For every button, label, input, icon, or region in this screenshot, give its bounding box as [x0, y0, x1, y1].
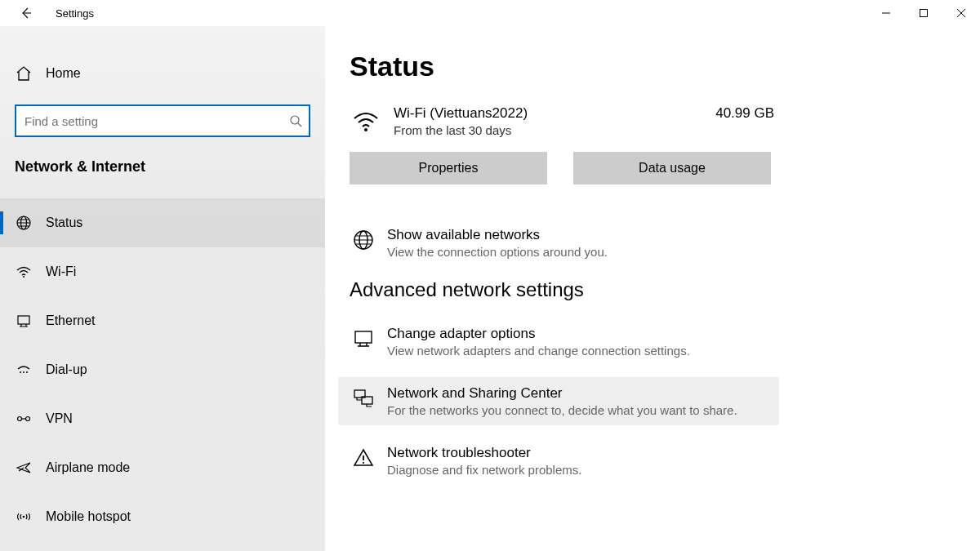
svg-rect-15 [355, 331, 372, 343]
properties-button[interactable]: Properties [350, 152, 547, 184]
network-usage: 40.99 GB [699, 105, 774, 122]
svg-point-12 [364, 128, 368, 131]
dialup-icon [15, 361, 33, 379]
svg-rect-5 [18, 316, 29, 324]
minimize-button[interactable] [867, 0, 905, 26]
network-sub: From the last 30 days [394, 123, 699, 137]
window-title: Settings [56, 7, 94, 20]
home-icon [15, 64, 33, 82]
adapter-icon [350, 327, 377, 350]
wifi-icon [15, 263, 33, 281]
maximize-button[interactable] [905, 0, 942, 26]
sidebar-item-airplane[interactable]: Airplane mode [0, 443, 325, 492]
svg-point-8 [26, 371, 28, 373]
network-name: Wi-Fi (Viettuans2022) [394, 105, 699, 122]
link-desc: For the networks you connect to, decide … [387, 403, 737, 417]
sidebar-item-label: Wi-Fi [46, 264, 76, 279]
sidebar: Home Network & Internet Status Wi-Fi [0, 26, 325, 551]
svg-point-1 [291, 116, 299, 124]
svg-point-11 [23, 516, 25, 518]
sidebar-section-title: Network & Internet [0, 158, 325, 176]
sidebar-item-dialup[interactable]: Dial-up [0, 345, 325, 394]
back-arrow-icon [20, 7, 33, 20]
window-controls [867, 0, 980, 26]
link-desc: Diagnose and fix network problems. [387, 463, 581, 477]
link-title: Network and Sharing Center [387, 385, 737, 402]
sidebar-item-vpn[interactable]: VPN [0, 394, 325, 443]
warning-icon [350, 447, 377, 469]
change-adapter-options[interactable]: Change adapter options View network adap… [338, 318, 779, 366]
search-icon [289, 114, 302, 127]
svg-rect-0 [920, 10, 928, 17]
sidebar-item-label: VPN [46, 411, 73, 426]
wifi-large-icon [350, 107, 382, 135]
svg-point-4 [23, 276, 24, 278]
globe-icon [350, 229, 377, 251]
network-card: Wi-Fi (Viettuans2022) From the last 30 d… [350, 105, 774, 137]
close-icon [957, 9, 965, 17]
sidebar-item-label: Airplane mode [46, 460, 130, 475]
network-troubleshooter[interactable]: Network troubleshooter Diagnose and fix … [338, 437, 779, 485]
link-desc: View the connection options around you. [387, 245, 608, 259]
advanced-heading: Advanced network settings [350, 278, 956, 301]
sidebar-item-label: Ethernet [46, 313, 95, 328]
sharing-icon [350, 387, 377, 410]
sidebar-item-hotspot[interactable]: Mobile hotspot [0, 492, 325, 541]
data-usage-button[interactable]: Data usage [573, 152, 771, 184]
svg-point-6 [20, 371, 21, 373]
network-sharing-center[interactable]: Network and Sharing Center For the netwo… [338, 377, 779, 425]
search-input[interactable] [15, 104, 310, 137]
sidebar-item-status[interactable]: Status [0, 198, 325, 247]
hotspot-icon [15, 508, 33, 526]
sidebar-item-label: Dial-up [46, 362, 87, 377]
show-available-networks[interactable]: Show available networks View the connect… [338, 219, 779, 267]
svg-point-10 [26, 417, 30, 421]
maximize-icon [920, 9, 928, 17]
svg-point-9 [18, 417, 22, 421]
airplane-icon [15, 459, 33, 477]
link-title: Network troubleshooter [387, 445, 581, 461]
titlebar: Settings [0, 0, 980, 26]
sidebar-item-label: Mobile hotspot [46, 509, 131, 524]
link-title: Show available networks [387, 227, 608, 243]
link-title: Change adapter options [387, 326, 690, 342]
minimize-icon [882, 9, 890, 17]
sidebar-item-label: Status [46, 216, 82, 230]
globe-icon [15, 214, 33, 232]
back-button[interactable] [13, 0, 39, 26]
sidebar-home[interactable]: Home [0, 51, 325, 96]
content: Status Wi-Fi (Viettuans2022) From the la… [325, 26, 980, 551]
link-desc: View network adapters and change connect… [387, 344, 690, 358]
ethernet-icon [15, 312, 33, 330]
button-row: Properties Data usage [350, 152, 956, 184]
vpn-icon [15, 410, 33, 428]
svg-point-18 [363, 462, 364, 464]
sidebar-item-wifi[interactable]: Wi-Fi [0, 247, 325, 296]
search-wrap [15, 104, 310, 137]
sidebar-item-ethernet[interactable]: Ethernet [0, 296, 325, 345]
svg-point-7 [23, 371, 24, 373]
close-button[interactable] [942, 0, 980, 26]
sidebar-home-label: Home [46, 66, 81, 81]
page-title: Status [350, 51, 956, 82]
